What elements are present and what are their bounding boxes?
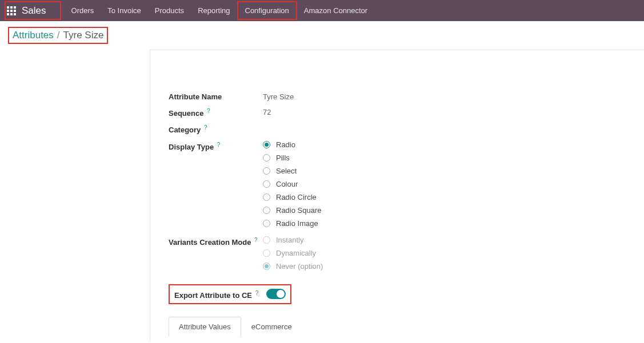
label-display-type-text: Display Type	[169, 143, 214, 151]
radio-label: Colour	[276, 180, 298, 188]
detail-tabs: Attribute Values eCommerce	[169, 317, 626, 336]
apps-icon[interactable]	[7, 6, 16, 15]
variants-mode-options: Instantly Dynamically Never (option)	[263, 236, 323, 271]
row-attribute-name: Attribute Name Tyre Size	[169, 91, 626, 101]
radio-icon	[263, 193, 270, 201]
radio-display-pills[interactable]: Pills	[263, 154, 322, 162]
toggle-export-attribute[interactable]	[266, 289, 286, 299]
help-icon[interactable]: ?	[217, 142, 221, 148]
radio-icon	[263, 249, 270, 257]
nav-reporting[interactable]: Reporting	[191, 0, 237, 21]
row-display-type: Display Type ? Radio Pills Select Colour	[169, 140, 626, 228]
label-export-attribute-text: Export Attribute to CE	[174, 291, 252, 300]
radio-label: Instantly	[276, 236, 303, 244]
radio-display-radio-circle[interactable]: Radio Circle	[263, 193, 322, 201]
row-sequence: Sequence ? 72	[169, 107, 626, 118]
nav-orders[interactable]: Orders	[65, 0, 101, 21]
tab-ecommerce[interactable]: eCommerce	[241, 317, 302, 336]
value-attribute-name[interactable]: Tyre Size	[263, 91, 294, 101]
display-type-options: Radio Pills Select Colour Radio Circle R…	[263, 140, 322, 228]
nav-amazon-connector[interactable]: Amazon Connector	[297, 0, 374, 21]
tab-attribute-values[interactable]: Attribute Values	[169, 317, 241, 336]
radio-icon	[263, 180, 270, 188]
label-export-attribute: Export Attribute to CE ?	[174, 289, 258, 300]
radio-label: Never (option)	[276, 262, 323, 271]
label-variants-mode-text: Variants Creation Mode	[169, 238, 251, 247]
value-sequence[interactable]: 72	[263, 107, 271, 116]
radio-icon	[263, 207, 270, 214]
radio-variants-dynamically: Dynamically	[263, 249, 323, 257]
row-variants-mode: Variants Creation Mode ? Instantly Dynam…	[169, 236, 626, 271]
radio-icon	[263, 167, 270, 175]
radio-variants-never: Never (option)	[263, 262, 323, 271]
row-category: Category ?	[169, 123, 626, 134]
topbar: Sales Orders To Invoice Products Reporti…	[0, 0, 644, 21]
radio-label: Radio	[276, 140, 295, 149]
nav-products[interactable]: Products	[148, 0, 191, 21]
radio-label: Radio Square	[276, 206, 322, 215]
form-sheet: Attribute Name Tyre Size Sequence ? 72 C…	[150, 50, 644, 341]
radio-display-select[interactable]: Select	[263, 167, 322, 175]
radio-display-radio[interactable]: Radio	[263, 140, 322, 149]
radio-icon	[263, 141, 270, 148]
radio-display-colour[interactable]: Colour	[263, 180, 322, 188]
label-sequence-text: Sequence	[169, 109, 203, 118]
breadcrumb: Attributes / Tyre Size	[8, 27, 108, 44]
nav-configuration[interactable]: Configuration	[237, 1, 297, 20]
brand-title[interactable]: Sales	[22, 5, 46, 17]
breadcrumb-container: Attributes / Tyre Size	[0, 21, 644, 50]
label-sequence: Sequence ?	[169, 107, 263, 118]
help-icon[interactable]: ?	[207, 108, 210, 114]
radio-label: Radio Circle	[276, 193, 317, 201]
toggle-knob	[277, 290, 285, 298]
breadcrumb-current: Tyre Size	[63, 30, 104, 41]
label-variants-mode: Variants Creation Mode ?	[169, 236, 263, 247]
radio-display-radio-square[interactable]: Radio Square	[263, 206, 322, 215]
radio-display-radio-image[interactable]: Radio Image	[263, 219, 322, 228]
help-icon[interactable]: ?	[204, 124, 207, 131]
help-icon[interactable]: ?	[254, 237, 258, 243]
radio-label: Pills	[276, 154, 290, 162]
radio-variants-instantly: Instantly	[263, 236, 323, 244]
row-export-attribute: Export Attribute to CE ?	[169, 284, 291, 304]
radio-icon	[263, 236, 270, 244]
radio-label: Select	[276, 167, 297, 175]
breadcrumb-parent[interactable]: Attributes	[13, 30, 54, 41]
radio-icon	[263, 263, 270, 270]
label-category: Category ?	[169, 123, 263, 134]
label-category-text: Category	[169, 126, 201, 135]
radio-label: Radio Image	[276, 219, 318, 228]
radio-label: Dynamically	[276, 249, 316, 257]
label-attribute-name: Attribute Name	[169, 91, 263, 101]
nav-to-invoice[interactable]: To Invoice	[101, 0, 148, 21]
help-icon[interactable]: ?	[255, 290, 259, 296]
breadcrumb-separator: /	[57, 30, 60, 41]
label-display-type: Display Type ?	[169, 140, 263, 151]
radio-icon	[263, 220, 270, 227]
radio-icon	[263, 154, 270, 162]
